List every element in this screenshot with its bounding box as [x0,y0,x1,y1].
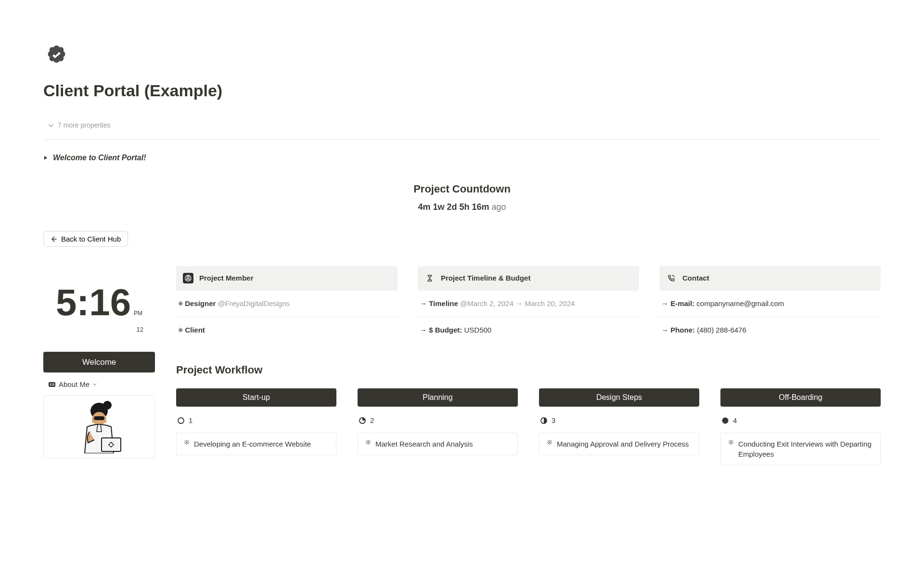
status-empty-icon [177,417,185,424]
sparkle-icon [365,439,372,449]
svg-point-13 [186,442,188,443]
phone-row[interactable]: → Phone: (480) 288-6476 [659,317,881,344]
workflow-card[interactable]: Conducting Exit Interviews with Departin… [720,433,881,465]
svg-point-18 [722,417,729,423]
sparkle-icon [183,439,190,449]
back-button-label: Back to Client Hub [61,235,121,243]
welcome-heading: Welcome [43,352,155,373]
chevron-down-icon [92,382,97,387]
svg-point-19 [731,442,732,443]
about-me-toggle[interactable]: About Me [43,372,155,395]
workflow-header: Design Steps [539,388,699,407]
svg-point-1 [50,384,51,385]
workflow-header: Planning [358,388,518,407]
svg-point-12 [178,418,184,423]
workflow-card[interactable]: Developing an E-commerce Website [176,433,336,455]
back-to-client-hub-button[interactable]: Back to Client Hub [43,231,128,247]
status-quarter-icon [359,417,366,424]
svg-rect-0 [49,382,55,387]
svg-point-5 [103,401,112,410]
verified-badge-icon [43,43,881,70]
workflow-status[interactable]: 4 [720,413,881,433]
countdown-value: 4m 1w 2d 5h 16m ago [43,201,881,214]
workflow-column-design: Design Steps 3 Managing Approval and Del… [539,388,699,466]
avatar-card[interactable] [43,395,155,459]
svg-rect-8 [102,438,121,451]
workflow-card[interactable]: Managing Approval and Delivery Process [539,433,699,455]
workflow-status[interactable]: 1 [176,413,336,433]
more-properties-label: 7 more properties [58,120,111,130]
workflow-card[interactable]: Market Research and Analysis [358,433,518,455]
designer-row[interactable]: ◉ Designer @FreyaDigitalDesigns [176,291,398,318]
countdown-title: Project Countdown [43,181,881,197]
clock-date: 12 [43,325,155,334]
budget-row[interactable]: → $ Budget: USD500 [418,317,639,344]
timeline-row[interactable]: → Timeline @March 2, 2024 → March 20, 20… [418,291,639,318]
workflow-board: Start-up 1 Developing an E-commerce Webs… [176,388,881,466]
chevron-down-icon [48,123,54,128]
workflow-column-planning: Planning 2 Market Research and Analysis [358,388,518,466]
toggle-arrow-icon [43,155,48,160]
clock-time: 5:16 [56,283,131,321]
card-header-timeline: Project Timeline & Budget [418,266,639,291]
card-header-contact: Contact [659,266,881,291]
project-member-card: Project Member ◉ Designer @FreyaDigitalD… [176,266,398,344]
svg-rect-3 [52,385,54,385]
sparkle-icon [728,439,734,459]
person-icon [183,273,193,283]
contact-card: Contact → E-mail: companyname@gmail.com … [659,266,881,344]
svg-point-17 [549,442,551,443]
svg-point-10 [187,276,189,278]
welcome-toggle-label: Welcome to Client Portal! [53,152,146,164]
card-header-project-member: Project Member [176,266,398,291]
id-card-icon [48,381,56,388]
workflow-status[interactable]: 3 [539,413,699,433]
workflow-title: Project Workflow [176,362,881,378]
hourglass-icon [424,273,435,283]
svg-rect-2 [52,384,54,384]
status-half-icon [540,417,548,424]
avatar-illustration [68,400,130,453]
arrow-left-icon [51,236,57,243]
page-title: Client Portal (Example) [43,78,881,103]
svg-point-15 [368,442,369,443]
status-full-icon [721,417,729,424]
workflow-header: Off-Boarding [720,388,881,407]
client-row[interactable]: ◉ Client [176,317,398,344]
about-me-label: About Me [59,379,90,390]
svg-rect-7 [94,416,104,420]
clock-widget: 5:16PM 12 [43,283,155,334]
clock-period: PM [134,310,142,317]
workflow-column-offboarding: Off-Boarding 4 Conducting Exit Interview… [720,388,881,466]
welcome-toggle[interactable]: Welcome to Client Portal! [43,149,881,167]
timeline-budget-card: Project Timeline & Budget → Timeline @Ma… [418,266,639,344]
workflow-status[interactable]: 2 [358,413,518,433]
sparkle-icon [546,439,553,449]
email-row[interactable]: → E-mail: companyname@gmail.com [659,291,881,318]
workflow-column-startup: Start-up 1 Developing an E-commerce Webs… [176,388,336,466]
more-properties-toggle[interactable]: 7 more properties [43,117,881,140]
phone-icon [666,273,677,283]
workflow-header: Start-up [176,388,336,407]
